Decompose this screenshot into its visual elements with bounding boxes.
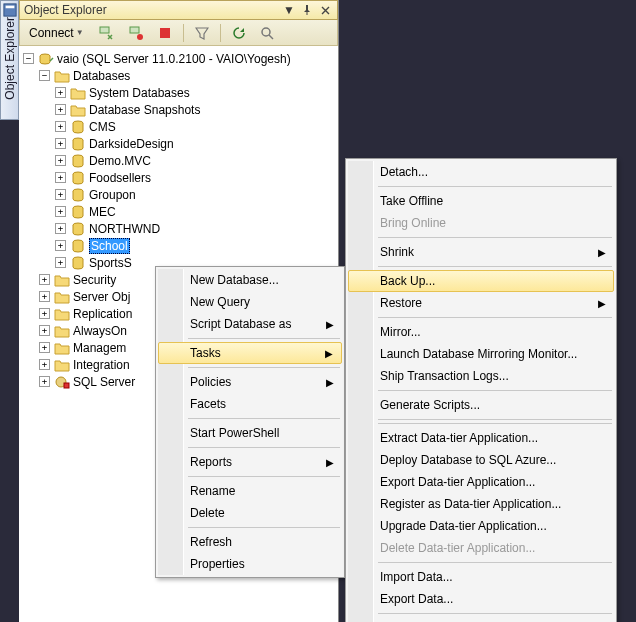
menu-item-upgrade-data-tier[interactable]: Upgrade Data-tier Application... (348, 515, 614, 537)
menu-item-restore[interactable]: Restore▶ (348, 292, 614, 314)
tree-node-db-darkside[interactable]: +DarksideDesign (19, 135, 338, 152)
tree-node-snapshots[interactable]: + Database Snapshots (19, 101, 338, 118)
menu-separator (188, 338, 340, 339)
tree-node-system-databases[interactable]: + System Databases (19, 84, 338, 101)
expander-plus-icon[interactable]: + (39, 274, 50, 285)
menu-item-rename[interactable]: Rename (158, 480, 342, 502)
database-icon (70, 222, 86, 236)
menu-separator (188, 447, 340, 448)
menu-item-reports[interactable]: Reports▶ (158, 451, 342, 473)
expander-plus-icon[interactable]: + (39, 291, 50, 302)
submenu-arrow-icon: ▶ (598, 298, 606, 309)
disconnect-button[interactable] (123, 22, 149, 44)
expander-plus-icon[interactable]: + (55, 206, 66, 217)
expander-plus-icon[interactable]: + (55, 257, 66, 268)
menu-item-start-powershell[interactable]: Start PowerShell (158, 422, 342, 444)
tree-node-db-mec[interactable]: +MEC (19, 203, 338, 220)
menu-item-delete[interactable]: Delete (158, 502, 342, 524)
folder-icon (70, 103, 86, 117)
submenu-arrow-icon: ▶ (326, 319, 334, 330)
refresh-icon (232, 26, 246, 40)
stop-button[interactable] (153, 23, 177, 43)
menu-item-script-database-as[interactable]: Script Database as▶ (158, 313, 342, 335)
database-icon (70, 188, 86, 202)
tree-label: MEC (89, 205, 116, 219)
expander-plus-icon[interactable]: + (55, 87, 66, 98)
expander-plus-icon[interactable]: + (55, 172, 66, 183)
menu-item-back-up[interactable]: Back Up... (348, 270, 614, 292)
menu-item-export-data[interactable]: Export Data... (348, 588, 614, 610)
menu-item-delete-data-tier: Delete Data-tier Application... (348, 537, 614, 559)
menu-separator (378, 317, 612, 318)
menu-item-extract-data-tier[interactable]: Extract Data-tier Application... (348, 427, 614, 449)
expander-plus-icon[interactable]: + (55, 189, 66, 200)
menu-item-import-data[interactable]: Import Data... (348, 566, 614, 588)
expander-plus-icon[interactable]: + (55, 155, 66, 166)
svg-rect-18 (64, 383, 69, 388)
menu-item-launch-mirror-monitor[interactable]: Launch Database Mirroring Monitor... (348, 343, 614, 365)
tree-label: Managem (73, 341, 126, 355)
menu-item-new-query[interactable]: New Query (158, 291, 342, 313)
expander-plus-icon[interactable]: + (55, 240, 66, 251)
svg-rect-2 (100, 27, 109, 33)
menu-item-mirror[interactable]: Mirror... (348, 321, 614, 343)
folder-icon (54, 290, 70, 304)
server-label: vaio (SQL Server 11.0.2100 - VAIO\Yogesh… (57, 52, 291, 66)
menu-separator (188, 527, 340, 528)
tree-node-databases[interactable]: − Databases (19, 67, 338, 84)
submenu-arrow-icon: ▶ (325, 348, 333, 359)
expander-minus-icon[interactable]: − (39, 70, 50, 81)
expander-plus-icon[interactable]: + (55, 223, 66, 234)
tree-node-db-groupon[interactable]: +Groupon (19, 186, 338, 203)
connect-server-button[interactable] (93, 22, 119, 44)
menu-item-detach[interactable]: Detach... (348, 161, 614, 183)
menu-item-register-data-tier[interactable]: Register as Data-tier Application... (348, 493, 614, 515)
expander-plus-icon[interactable]: + (39, 342, 50, 353)
menu-item-properties[interactable]: Properties (158, 553, 342, 575)
menu-item-export-data-tier[interactable]: Export Data-tier Application... (348, 471, 614, 493)
menu-item-tasks[interactable]: Tasks▶ (158, 342, 342, 364)
expander-plus-icon[interactable]: + (55, 104, 66, 115)
menu-item-policies[interactable]: Policies▶ (158, 371, 342, 393)
expander-minus-icon[interactable]: − (23, 53, 34, 64)
tree-node-db-northwnd[interactable]: +NORTHWND (19, 220, 338, 237)
connect-button[interactable]: Connect ▼ (24, 23, 89, 43)
filter-button[interactable] (190, 23, 214, 43)
refresh-button[interactable] (227, 23, 251, 43)
tree-node-server[interactable]: − vaio (SQL Server 11.0.2100 - VAIO\Yoge… (19, 50, 338, 67)
search-button[interactable] (255, 23, 279, 43)
menu-item-generate-scripts[interactable]: Generate Scripts... (348, 394, 614, 416)
menu-item-refresh[interactable]: Refresh (158, 531, 342, 553)
expander-plus-icon[interactable]: + (39, 359, 50, 370)
expander-plus-icon[interactable]: + (55, 121, 66, 132)
tree-node-db-school[interactable]: +School (19, 237, 338, 254)
menu-item-facets[interactable]: Facets (158, 393, 342, 415)
tree-node-db-demo[interactable]: +Demo.MVC (19, 152, 338, 169)
menu-item-new-database[interactable]: New Database... (158, 269, 342, 291)
expander-plus-icon[interactable]: + (39, 376, 50, 387)
tree-label: CMS (89, 120, 116, 134)
autohide-pin-icon[interactable] (299, 3, 315, 17)
menu-separator (378, 266, 612, 267)
server-disconnect-icon (128, 25, 144, 41)
expander-plus-icon[interactable]: + (39, 325, 50, 336)
connect-label: Connect (29, 26, 74, 40)
tree-node-db-foodsellers[interactable]: +Foodsellers (19, 169, 338, 186)
window-position-button[interactable]: ▼ (281, 3, 297, 17)
tree-node-db-cms[interactable]: +CMS (19, 118, 338, 135)
menu-separator (378, 562, 612, 563)
menu-item-deploy-to-azure[interactable]: Deploy Database to SQL Azure... (348, 449, 614, 471)
context-menu-tasks: Detach... Take Offline Bring Online Shri… (345, 158, 617, 622)
menu-separatorator (378, 419, 612, 420)
expander-plus-icon[interactable]: + (39, 308, 50, 319)
docked-tab-object-explorer[interactable]: Object Explorer (0, 0, 19, 120)
menu-separator (378, 390, 612, 391)
close-icon[interactable] (317, 3, 333, 17)
menu-item-take-offline[interactable]: Take Offline (348, 190, 614, 212)
menu-item-ship-transaction-logs[interactable]: Ship Transaction Logs... (348, 365, 614, 387)
expander-plus-icon[interactable]: + (55, 138, 66, 149)
panel-titlebar[interactable]: Object Explorer ▼ (19, 0, 338, 20)
menu-item-shrink[interactable]: Shrink▶ (348, 241, 614, 263)
menu-item-copy-database[interactable]: Copy Database... (348, 617, 614, 622)
tree-label: Replication (73, 307, 132, 321)
